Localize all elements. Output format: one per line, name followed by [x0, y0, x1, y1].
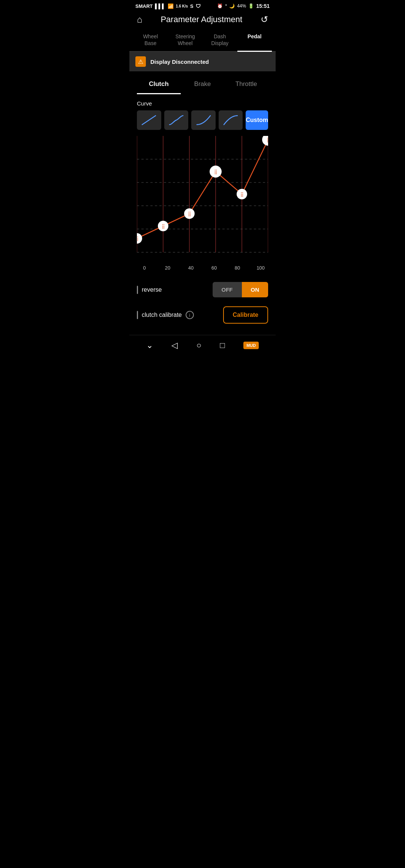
pedal-tab-navigation: Clutch Brake Throttle [129, 71, 276, 94]
curve-preset-ease-out[interactable] [191, 110, 216, 130]
moon-icon: 🌙 [229, 3, 235, 9]
pedal-tab-clutch[interactable]: Clutch [137, 77, 181, 94]
status-left: SMART ▌▌▌ 📶 1.6 K/s S 🛡 [135, 3, 201, 9]
reverse-label-group: reverse [137, 286, 162, 294]
x-label-100: 100 [253, 265, 268, 271]
calibrate-button[interactable]: Calibrate [223, 306, 268, 324]
calibrate-label-group: clutch calibrate i [137, 311, 194, 319]
reset-icon[interactable]: ↺ [261, 14, 268, 25]
bottom-nav-home[interactable]: ○ [196, 341, 201, 350]
curve-presets: Custom [137, 110, 268, 130]
battery-text: 44% [237, 3, 246, 9]
toggle-off-button[interactable]: OFF [213, 282, 242, 297]
bottom-nav-logo: MUD [243, 342, 259, 349]
chart-container: ⣿ ⣿ ⣿ ⣿ ⣿ ⣿ [129, 133, 276, 264]
calibrate-label: clutch calibrate [142, 312, 182, 318]
time-text: 15:51 [256, 3, 270, 9]
page-title: Parameter Adjustment [160, 15, 242, 24]
carrier-text: SMART [135, 3, 153, 9]
home-icon[interactable]: ⌂ [137, 14, 142, 25]
reverse-control-row: reverse OFF ON [129, 277, 276, 303]
status-right: ⏰ * 🌙 44% 🔋 15:51 [217, 3, 270, 9]
svg-text:⣿: ⣿ [137, 236, 139, 241]
wifi-icon: 📶 [168, 3, 174, 9]
curve-section: Curve Custom [129, 94, 276, 133]
svg-text:⣿: ⣿ [267, 137, 268, 143]
calibrate-bar-decoration [137, 311, 138, 319]
curve-label: Curve [137, 100, 268, 107]
svg-text:⣿: ⣿ [214, 169, 218, 175]
shield-icon: 🛡 [196, 3, 201, 9]
x-label-60: 60 [207, 265, 222, 271]
svg-text:⣿: ⣿ [188, 211, 191, 217]
bluetooth-icon: * [225, 3, 227, 9]
x-label-0: 0 [137, 265, 152, 271]
curve-preset-s-curve[interactable] [164, 110, 189, 130]
header: ⌂ Parameter Adjustment ↺ [129, 11, 276, 30]
x-label-40: 40 [183, 265, 198, 271]
battery-icon: 🔋 [248, 3, 254, 9]
x-label-80: 80 [230, 265, 245, 271]
bottom-nav-back[interactable]: ◁ [171, 341, 178, 350]
signal-icon: ▌▌▌ [155, 3, 165, 9]
svg-line-0 [142, 116, 156, 125]
tab-steering-wheel[interactable]: SteeringWheel [168, 30, 203, 51]
reverse-bar-decoration [137, 286, 138, 294]
tab-wheel-base[interactable]: WheelBase [133, 30, 168, 51]
x-label-20: 20 [160, 265, 175, 271]
bottom-nav-chevron[interactable]: ⌄ [146, 341, 153, 350]
pedal-tab-brake[interactable]: Brake [181, 77, 225, 94]
pedal-tab-throttle[interactable]: Throttle [224, 77, 268, 94]
info-icon[interactable]: i [186, 311, 194, 319]
reverse-toggle[interactable]: OFF ON [213, 282, 268, 297]
tab-navigation: WheelBase SteeringWheel DashDisplay Peda… [129, 30, 276, 52]
x-axis-labels: 0 20 40 60 80 100 [129, 264, 276, 277]
curve-preset-ease-in[interactable] [219, 110, 243, 130]
bottom-navigation: ⌄ ◁ ○ □ MUD [129, 335, 276, 358]
reverse-label: reverse [142, 286, 162, 293]
curve-chart[interactable]: ⣿ ⣿ ⣿ ⣿ ⣿ ⣿ [137, 136, 268, 264]
alert-text: Display Disconnected [150, 59, 209, 65]
chart-area: ⣿ ⣿ ⣿ ⣿ ⣿ ⣿ [137, 136, 268, 264]
alert-banner: ⚠ Display Disconnected [129, 52, 276, 71]
bottom-nav-square[interactable]: □ [220, 341, 225, 350]
status-bar: SMART ▌▌▌ 📶 1.6 K/s S 🛡 ⏰ * 🌙 44% 🔋 15:5… [129, 0, 276, 11]
calibrate-row: clutch calibrate i Calibrate [129, 303, 276, 331]
curve-custom-button[interactable]: Custom [246, 110, 268, 130]
svg-text:⣿: ⣿ [240, 192, 244, 197]
tab-pedal[interactable]: Pedal [237, 30, 272, 52]
tab-dash-display[interactable]: DashDisplay [202, 30, 237, 51]
curve-preset-linear[interactable] [137, 110, 161, 130]
skype-icon: S [190, 3, 194, 9]
alarm-icon: ⏰ [217, 3, 223, 9]
warning-icon: ⚠ [135, 56, 146, 67]
speed-text: 1.6 K/s [176, 4, 188, 8]
toggle-on-button[interactable]: ON [242, 282, 268, 297]
svg-text:⣿: ⣿ [162, 224, 165, 229]
